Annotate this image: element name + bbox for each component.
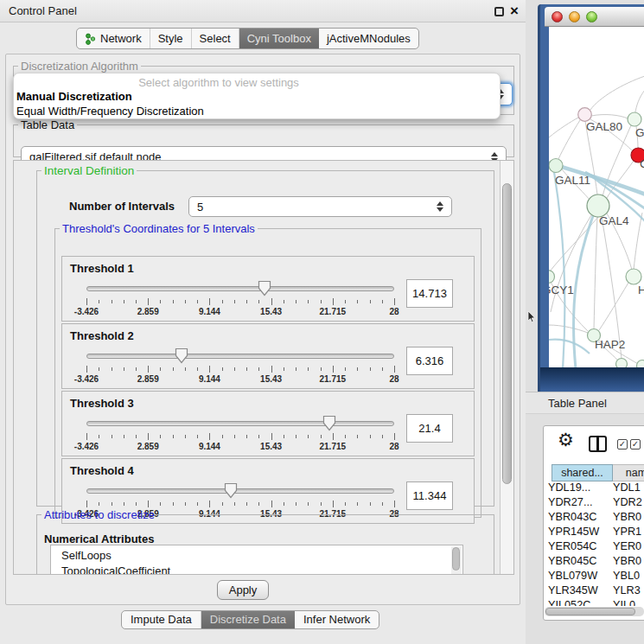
tab-infer-network[interactable]: Infer Network [295,611,379,628]
minimize-traffic-light-icon[interactable] [569,11,580,22]
table-row[interactable]: YLR345WYLR3 [544,584,644,599]
network-canvas[interactable]: GAL80G.CGAL11GAL4GCY1HHAP2 [549,27,644,367]
scale-label: 2.859 [137,442,159,451]
num-intervals-combobox[interactable]: 5 [188,196,452,217]
attribute-list-item[interactable]: TopologicalCoefficient [51,564,462,575]
float-window-icon[interactable] [494,7,504,16]
close-icon[interactable]: × [510,1,519,22]
network-node-label: HAP2 [595,338,625,351]
top-tab-bar: Network Style Select Cyni Toolbox jActiv… [76,28,419,49]
group-label: Table Data [18,118,77,131]
network-node[interactable] [549,271,555,284]
table-row[interactable]: YPR145WYPR1 [544,526,644,540]
table-hscrollbar[interactable] [545,607,644,616]
table-rows: YDL19...YDL1YDR27...YDR2YBR043CYBR0YPR14… [544,481,644,606]
network-node-label: C [640,157,644,170]
checkbox-icon[interactable]: ✓ [617,439,628,450]
main-scrollbar[interactable] [500,161,513,574]
tab-cyni-toolbox[interactable]: Cyni Toolbox [239,29,319,48]
network-node[interactable] [616,359,628,368]
cyni-toolbox-panel: Discretization Algorithm Select algorith… [5,54,520,605]
table-panel-titlebar: Table Panel [526,392,644,414]
slider-track[interactable] [86,421,394,426]
group-label: Interval Definition [41,164,137,177]
list-scrollbar-thumb[interactable] [452,547,460,571]
bottom-tab-bar: Impute Data Discretize Data Infer Networ… [121,610,379,629]
threshold-value-input[interactable] [406,481,453,510]
threshold-panel: Threshold 1-3.4262.8599.14415.4321.71528 [61,256,475,322]
dropdown-item-equal-width[interactable]: Equal Width/Frequency Discretization [14,104,500,118]
table-row[interactable]: YDL19...YDL1 [544,481,644,496]
slider-track[interactable] [86,286,394,291]
slider-thumb-icon[interactable] [175,348,188,364]
table-row[interactable]: YIL052CYIL0 [544,599,644,606]
network-node-label: GAL4 [599,214,629,227]
tab-network[interactable]: Network [77,29,150,48]
slider-track[interactable] [86,488,394,494]
threshold-value-input[interactable] [406,279,453,308]
list-scrollbar[interactable] [451,546,462,575]
panel-title: Control Panel [9,0,77,22]
threshold-panel: Threshold 2-3.4262.8599.14415.4321.71528 [61,323,475,389]
scale-label: -3.426 [74,307,99,316]
network-node[interactable] [626,269,641,284]
tab-label: jActiveMNodules [327,29,411,48]
columns-icon[interactable] [589,436,607,452]
app-root: Control Panel × Network Style Select Cyn… [0,0,644,644]
table-row[interactable]: YBR043CYBR0 [544,511,644,526]
attribute-list-item[interactable]: SelfLoops [51,548,462,564]
scale-label: -3.426 [74,374,99,384]
tab-style[interactable]: Style [150,29,192,48]
tab-discretize-data[interactable]: Discretize Data [201,611,295,628]
interval-definition-group: Interval Definition Number of Intervals … [36,164,494,507]
table-row[interactable]: YBR045CYBR0 [544,555,644,570]
tab-impute-data[interactable]: Impute Data [122,611,201,628]
network-node-label: GAL11 [555,174,590,187]
scale-label: 21.715 [320,374,347,384]
threshold-slider[interactable]: -3.4262.8599.14415.4321.71528 [86,414,394,454]
tab-label: Cyni Toolbox [247,29,311,48]
tab-select[interactable]: Select [192,29,239,48]
slider-thumb-icon[interactable] [258,280,271,296]
group-label: Threshold's Coordinates for 5 Intervals [60,222,258,235]
scale-label: 9.144 [199,442,220,451]
threshold-slider[interactable]: -3.4262.8599.14415.4321.71528 [86,347,394,386]
zoom-traffic-light-icon[interactable] [586,11,597,22]
right-region: GAL80G.CGAL11GAL4GCY1HHAP2 Table Panel ⚙… [526,0,644,644]
attribute-list[interactable]: SelfLoopsTopologicalCoefficientBetweenne… [50,545,463,575]
column-header-shared-name[interactable]: shared... [552,464,613,481]
tab-label: Select [200,29,231,48]
scale-label: -3.426 [74,442,99,451]
threshold-value-input[interactable] [406,414,453,443]
column-header-name[interactable]: name [613,464,644,481]
network-window-titlebar [545,7,644,27]
main-scrollbar-thumb[interactable] [502,183,512,484]
table-row[interactable]: YBL079WYBL0 [544,570,644,584]
slider-thumb-icon[interactable] [224,482,238,499]
network-node-label: H [638,284,644,296]
threshold-slider[interactable]: -3.4262.8599.14415.4321.71528 [86,279,394,319]
threshold-value-input[interactable] [406,347,453,375]
table-header-row: shared... name [544,464,644,481]
network-node[interactable] [628,112,641,126]
tab-jactivemnodules[interactable]: jActiveMNodules [319,29,418,48]
gear-icon[interactable]: ⚙ [558,430,574,450]
dropdown-item-manual[interactable]: Manual Discretization [14,89,500,104]
checkbox-icon[interactable]: ✓ [630,439,641,450]
mouse-cursor [526,311,537,323]
table-panel-title: Table Panel [548,392,607,414]
apply-button[interactable]: Apply [217,580,269,600]
settings-scroll-area: Interval Definition Number of Intervals … [13,160,514,575]
network-node[interactable] [637,360,644,368]
threshold-panel: Threshold 3-3.4262.8599.14415.4321.71528 [61,391,475,456]
slider-thumb-icon[interactable] [322,415,336,431]
network-node[interactable] [578,108,592,122]
slider-track[interactable] [86,354,394,359]
network-node[interactable] [549,159,563,173]
network-view-window: GAL80G.CGAL11GAL4GCY1HHAP2 [538,4,644,393]
scale-label: 15.43 [260,442,282,451]
table-row[interactable]: YER054CYER0 [544,540,644,555]
table-hscrollbar-thumb[interactable] [545,608,635,615]
table-row[interactable]: YDR27...YDR2 [544,496,644,511]
close-traffic-light-icon[interactable] [552,11,563,22]
